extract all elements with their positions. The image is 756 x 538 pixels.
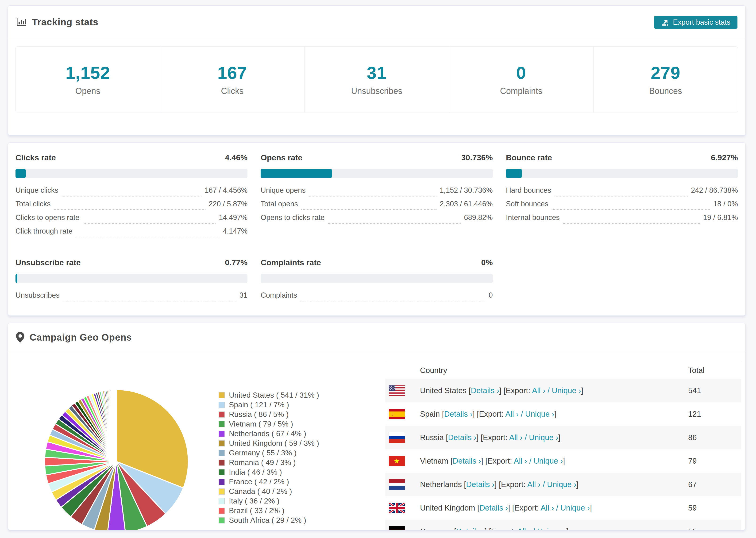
rate-title: Opens rate — [261, 153, 302, 162]
legend-item[interactable]: Russia ( 86 / 5% ) — [219, 409, 319, 419]
geo-row-text: Netherlands [Details ›] [Export: All › /… — [420, 480, 578, 489]
geo-row-text: United Kingdom [Details ›] [Export: All … — [420, 504, 592, 512]
legend-label: Vietnam ( 79 / 5% ) — [229, 420, 293, 428]
page-title: Tracking stats — [16, 17, 98, 28]
pie-chart — [41, 386, 191, 530]
details-link[interactable]: Details › — [444, 409, 473, 418]
rate-value: 0% — [481, 258, 493, 267]
export-prefix: Export: — [487, 457, 512, 465]
legend-item[interactable]: France ( 42 / 2% ) — [219, 477, 319, 487]
country-name: Germany — [420, 527, 452, 530]
detail-value: 689.82% — [464, 213, 493, 222]
details-link[interactable]: Details › — [466, 480, 495, 489]
geo-table-header: Country Total — [385, 362, 741, 379]
stat-label: Clicks — [221, 86, 243, 96]
geo-table-row: Spain [Details ›] [Export: All › / Uniqu… — [385, 402, 741, 426]
export-unique-link[interactable]: Unique › — [552, 386, 581, 395]
details-link[interactable]: Details › — [479, 504, 508, 512]
rate-title-row: Unsubscribe rate0.77% — [16, 258, 247, 267]
details-link[interactable]: Details › — [471, 386, 499, 395]
legend-swatch — [219, 421, 225, 427]
legend-item[interactable]: Spain ( 121 / 7% ) — [219, 400, 319, 409]
summary-stats-row: 1,152Opens167Clicks31Unsubscribes0Compla… — [16, 46, 738, 112]
rate-value: 30.736% — [461, 153, 493, 162]
rate-title: Clicks rate — [16, 153, 56, 162]
detail-label: Unique clicks — [16, 186, 58, 194]
legend-label: South Africa ( 29 / 2% ) — [229, 516, 306, 525]
export-separator: / — [527, 457, 534, 465]
flag-ru-icon — [389, 432, 405, 443]
dotted-leader — [76, 237, 220, 237]
geo-table-row: Vietnam [Details ›] [Export: All › / Uni… — [385, 449, 741, 473]
legend-item[interactable]: Netherlands ( 67 / 4% ) — [219, 429, 319, 439]
legend-item[interactable]: Italy ( 36 / 2% ) — [219, 496, 319, 506]
country-name: Netherlands — [420, 480, 462, 489]
detail-value: 0 — [489, 291, 493, 299]
export-unique-link[interactable]: Unique › — [561, 504, 590, 512]
legend-item[interactable]: South Africa ( 29 / 2% ) — [219, 515, 319, 525]
export-all-link[interactable]: All › — [517, 527, 531, 530]
legend-label: Russia ( 86 / 5% ) — [229, 410, 289, 419]
rate-progress-track — [16, 274, 247, 283]
stat-label: Opens — [75, 86, 100, 96]
geo-row-text: Germany [Details ›] [Export: All › / Uni… — [420, 527, 568, 530]
legend-item[interactable]: Germany ( 55 / 3% ) — [219, 448, 319, 458]
stat-cell-unsubscribes: 31Unsubscribes — [304, 47, 449, 112]
rate-details: Unsubscribes31 — [16, 291, 247, 305]
export-unique-link[interactable]: Unique › — [534, 457, 563, 465]
pie-slice[interactable] — [116, 390, 117, 461]
stat-value: 167 — [217, 63, 247, 83]
geo-row-total: 121 — [688, 409, 701, 418]
legend-item[interactable]: India ( 46 / 3% ) — [219, 467, 319, 477]
legend-swatch — [219, 469, 225, 475]
export-unique-link[interactable]: Unique › — [529, 433, 558, 442]
stat-cell-complaints: 0Complaints — [449, 47, 594, 112]
export-all-link[interactable]: All › — [541, 504, 554, 512]
export-prefix: Export: — [501, 480, 526, 489]
legend-item[interactable]: Romania ( 49 / 3% ) — [219, 458, 319, 467]
export-all-link[interactable]: All › — [514, 457, 527, 465]
legend-swatch — [219, 450, 225, 456]
geo-row-total: 79 — [688, 457, 697, 465]
export-basic-stats-button[interactable]: Export basic stats — [654, 16, 737, 28]
legend-item[interactable]: Brazil ( 33 / 2% ) — [219, 506, 319, 515]
page-title-text: Tracking stats — [32, 17, 98, 27]
geo-row-total: 59 — [688, 504, 697, 512]
legend-swatch — [219, 517, 225, 523]
legend-item[interactable]: Canada ( 40 / 2% ) — [219, 487, 319, 496]
detail-value: 1,152 / 30.736% — [440, 186, 493, 194]
dotted-leader — [301, 209, 436, 210]
legend-label: Romania ( 49 / 3% ) — [229, 458, 296, 467]
legend-swatch — [219, 431, 225, 437]
export-button-label: Export basic stats — [673, 18, 730, 27]
export-separator: / — [531, 527, 537, 530]
export-all-link[interactable]: All › — [505, 409, 519, 418]
export-unique-link[interactable]: Unique › — [537, 527, 567, 530]
legend-label: France ( 42 / 2% ) — [229, 477, 289, 486]
rate-title-row: Opens rate30.736% — [261, 153, 493, 162]
export-unique-link[interactable]: Unique › — [525, 409, 555, 418]
export-all-link[interactable]: All › — [527, 480, 541, 489]
details-link[interactable]: Details › — [448, 433, 476, 442]
geo-title: Campaign Geo Opens — [16, 332, 132, 343]
details-link[interactable]: Details › — [453, 457, 481, 465]
dotted-leader — [82, 223, 216, 224]
legend-swatch — [219, 402, 225, 408]
export-all-link[interactable]: All › — [532, 386, 545, 395]
legend-item[interactable]: Vietnam ( 79 / 5% ) — [219, 419, 319, 429]
geo-table-row: Netherlands [Details ›] [Export: All › /… — [385, 473, 741, 496]
rate-progress-track — [261, 274, 493, 283]
rate-title: Unsubscribe rate — [16, 258, 81, 267]
legend-swatch — [219, 392, 225, 398]
rate-progress-track — [506, 169, 738, 178]
stat-label: Complaints — [500, 86, 542, 96]
export-unique-link[interactable]: Unique › — [547, 480, 576, 489]
export-all-link[interactable]: All › — [509, 433, 523, 442]
details-link[interactable]: Details › — [456, 527, 485, 530]
legend-item[interactable]: United States ( 541 / 31% ) — [219, 390, 319, 400]
legend-item[interactable]: United Kingdom ( 59 / 3% ) — [219, 439, 319, 448]
rate-details: Unique opens1,152 / 30.736%Total opens2,… — [261, 186, 493, 227]
detail-value: 31 — [240, 291, 247, 299]
rate-progress-fill — [506, 169, 522, 178]
rates-grid-spacer — [506, 258, 738, 305]
